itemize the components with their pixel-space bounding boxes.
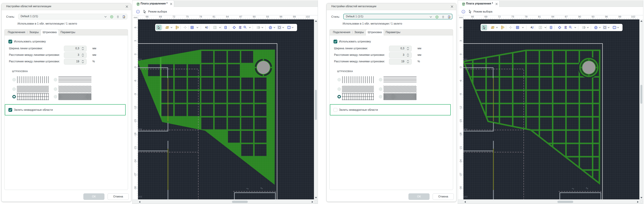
svg-text:-18: -18: [134, 133, 136, 136]
svg-text:87: 87: [239, 15, 242, 18]
svg-text:81: 81: [212, 15, 216, 18]
svg-text:DA1: DA1: [138, 58, 142, 61]
svg-text:99: 99: [293, 15, 296, 18]
svg-text:-6: -6: [134, 80, 136, 82]
svg-text:75: 75: [511, 15, 514, 18]
svg-text:DA3: DA3: [138, 196, 142, 198]
svg-text:-12: -12: [459, 106, 462, 110]
svg-text:-9: -9: [134, 93, 136, 95]
svg-text:-24: -24: [134, 159, 136, 163]
svg-text:-3: -3: [459, 66, 462, 69]
svg-text:i: i: [138, 10, 138, 13]
svg-text:6: 6: [134, 27, 136, 28]
svg-text:3: 3: [134, 40, 136, 41]
svg-text:66: 66: [146, 15, 149, 18]
svg-text:84: 84: [226, 15, 229, 18]
svg-text:DA1: DA1: [464, 58, 467, 61]
svg-text:-21: -21: [134, 146, 136, 150]
svg-text:DA2: DA2: [138, 128, 142, 130]
svg-text:0: 0: [459, 54, 462, 55]
svg-text:-9: -9: [459, 93, 462, 95]
svg-text:-27: -27: [134, 173, 136, 177]
svg-text:96: 96: [280, 15, 282, 18]
svg-text:90: 90: [578, 15, 581, 18]
svg-text:93: 93: [592, 15, 594, 18]
svg-text:96: 96: [605, 15, 608, 18]
svg-text:78: 78: [199, 15, 202, 18]
svg-text:-21: -21: [459, 146, 462, 150]
svg-text:-12: -12: [134, 106, 136, 110]
svg-text:81: 81: [538, 15, 541, 18]
svg-text:90: 90: [253, 15, 256, 18]
svg-text:DA3: DA3: [464, 196, 467, 198]
svg-text:3: 3: [459, 40, 462, 41]
svg-text:75: 75: [186, 15, 189, 18]
svg-text:-27: -27: [459, 173, 462, 177]
svg-text:99: 99: [618, 15, 621, 18]
svg-text:-30: -30: [459, 186, 462, 190]
svg-text:78: 78: [524, 15, 528, 18]
svg-text:-15: -15: [134, 119, 136, 123]
svg-text:-30: -30: [134, 186, 136, 190]
svg-text:102: 102: [631, 15, 635, 18]
svg-text:66: 66: [471, 15, 474, 18]
svg-text:102: 102: [306, 15, 310, 18]
svg-text:84: 84: [552, 15, 554, 18]
svg-text:-15: -15: [459, 119, 462, 123]
svg-text:72: 72: [498, 15, 501, 18]
svg-text:-3: -3: [134, 66, 136, 69]
svg-text:87: 87: [565, 15, 568, 18]
svg-text:-18: -18: [459, 133, 462, 136]
svg-text:0: 0: [134, 54, 136, 55]
svg-text:6: 6: [459, 27, 462, 28]
svg-text:-6: -6: [459, 80, 462, 82]
svg-text:DA2: DA2: [464, 128, 467, 130]
svg-text:72: 72: [172, 15, 175, 18]
svg-text:69: 69: [484, 15, 488, 18]
svg-text:93: 93: [266, 15, 269, 18]
svg-text:-24: -24: [459, 159, 462, 163]
svg-text:i: i: [463, 10, 464, 13]
svg-text:69: 69: [159, 15, 162, 18]
